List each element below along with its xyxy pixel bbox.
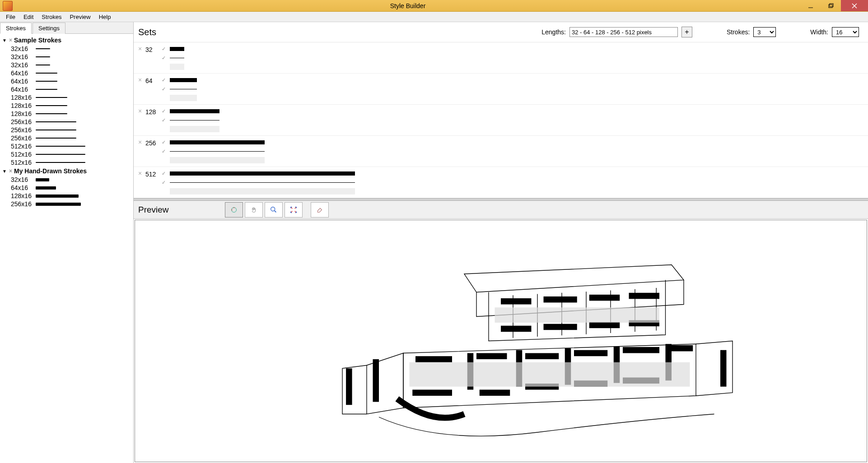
bold-stroke[interactable]	[170, 47, 184, 51]
stroke-item-label: 256x16	[11, 126, 36, 134]
thin-stroke[interactable]	[170, 89, 197, 89]
close-icon[interactable]: ×	[9, 37, 12, 43]
main-panel: Sets Lengths: + Strokes: 3 Width: 16 ×32…	[134, 22, 868, 463]
stroke-sample	[36, 105, 67, 106]
pan-tool[interactable]	[245, 202, 263, 218]
close-button[interactable]	[841, 0, 868, 11]
orbit-tool[interactable]	[225, 202, 243, 218]
stroke-item[interactable]: 32x16	[2, 61, 131, 69]
svg-rect-35	[495, 307, 660, 323]
svg-rect-19	[480, 390, 510, 396]
thin-stroke[interactable]	[170, 151, 265, 152]
bold-stroke[interactable]	[170, 109, 219, 113]
set-label: 512	[145, 170, 162, 178]
stroke-item[interactable]: 512x16	[2, 142, 131, 150]
width-dropdown[interactable]: 16	[832, 27, 859, 37]
preview-canvas[interactable]	[135, 220, 867, 462]
thin-stroke[interactable]	[170, 58, 184, 58]
set-row: ×64✓✓	[134, 74, 868, 105]
tree-group: ▼×Sample Strokes32x1632x1632x1664x1664x1…	[2, 36, 131, 167]
add-set-button[interactable]: +	[681, 27, 692, 37]
stroke-item[interactable]: 256x16	[2, 118, 131, 126]
close-icon[interactable]: ×	[9, 168, 12, 174]
stroke-item[interactable]: 64x16	[2, 184, 131, 192]
svg-rect-16	[415, 356, 452, 362]
bold-stroke[interactable]	[170, 78, 197, 82]
eraser-tool[interactable]	[311, 202, 329, 218]
menu-help[interactable]: Help	[95, 12, 115, 22]
tree-group-header[interactable]: ▼×Sample Strokes	[2, 36, 131, 45]
remove-set-icon[interactable]: ×	[138, 170, 145, 177]
svg-rect-27	[720, 350, 727, 387]
remove-set-icon[interactable]: ×	[138, 139, 145, 146]
check-icon: ✓	[162, 139, 167, 145]
lengths-input[interactable]	[569, 27, 678, 37]
stroke-item-label: 512x16	[11, 143, 36, 150]
stroke-item[interactable]: 32x16	[2, 45, 131, 53]
check-icon: ✓	[162, 180, 167, 185]
stroke-item[interactable]: 512x16	[2, 150, 131, 158]
svg-rect-9	[544, 296, 577, 303]
remove-set-icon[interactable]: ×	[138, 45, 145, 52]
stroke-item[interactable]: 32x16	[2, 176, 131, 184]
stroke-item[interactable]: 128x16	[2, 93, 131, 102]
remove-set-icon[interactable]: ×	[138, 107, 145, 115]
sidebar-tabs: Strokes Settings	[0, 22, 133, 34]
stroke-item[interactable]: 256x16	[2, 200, 131, 208]
svg-rect-11	[629, 293, 660, 299]
stroke-item-label: 256x16	[11, 200, 36, 208]
tab-strokes[interactable]: Strokes	[0, 23, 32, 34]
stroke-sample	[36, 178, 49, 181]
empty-stroke[interactable]	[170, 126, 219, 132]
svg-rect-28	[346, 368, 352, 405]
tab-settings[interactable]: Settings	[33, 23, 65, 34]
set-strokes: ✓✓	[162, 139, 265, 164]
stroke-item[interactable]: 64x16	[2, 69, 131, 77]
menu-file[interactable]: File	[2, 12, 19, 22]
bold-stroke[interactable]	[170, 140, 265, 144]
svg-rect-1	[829, 5, 832, 8]
empty-stroke[interactable]	[170, 157, 265, 163]
stroke-sample	[36, 65, 50, 65]
svg-rect-13	[544, 324, 577, 330]
triangle-icon: ▼	[2, 169, 7, 174]
thin-stroke[interactable]	[170, 182, 355, 183]
maximize-button[interactable]	[821, 0, 841, 11]
stroke-item[interactable]: 64x16	[2, 85, 131, 93]
stroke-item[interactable]: 256x16	[2, 134, 131, 142]
stroke-item[interactable]: 64x16	[2, 77, 131, 85]
bold-stroke[interactable]	[170, 171, 355, 176]
app-icon	[3, 1, 13, 11]
stroke-item[interactable]: 128x16	[2, 110, 131, 118]
zoom-extents-tool[interactable]	[285, 202, 303, 218]
svg-rect-24	[623, 347, 659, 353]
empty-stroke[interactable]	[170, 95, 197, 101]
svg-rect-29	[373, 359, 379, 402]
menu-strokes[interactable]: Strokes	[37, 12, 65, 22]
stroke-item[interactable]: 128x16	[2, 102, 131, 110]
menu-preview[interactable]: Preview	[65, 12, 94, 22]
sets-header: Sets Lengths: + Strokes: 3 Width: 16	[134, 22, 868, 42]
sidebar: Strokes Settings ▼×Sample Strokes32x1632…	[0, 22, 134, 463]
stroke-tree: ▼×Sample Strokes32x1632x1632x1664x1664x1…	[0, 34, 133, 210]
remove-set-icon[interactable]: ×	[138, 76, 145, 83]
empty-stroke[interactable]	[170, 64, 184, 70]
stroke-item[interactable]: 128x16	[2, 192, 131, 200]
svg-rect-20	[525, 353, 559, 360]
minimize-button[interactable]	[800, 0, 821, 11]
empty-stroke[interactable]	[170, 188, 355, 194]
tree-group-header[interactable]: ▼×My Hand-Drawn Strokes	[2, 167, 131, 176]
check-icon: ✓	[162, 77, 167, 83]
stroke-item[interactable]: 512x16	[2, 158, 131, 167]
stroke-item[interactable]: 32x16	[2, 53, 131, 61]
zoom-tool[interactable]	[265, 202, 283, 218]
set-label: 256	[145, 139, 162, 147]
thin-stroke[interactable]	[170, 120, 219, 120]
svg-rect-10	[589, 295, 620, 301]
strokes-dropdown[interactable]: 3	[753, 27, 776, 37]
set-strokes: ✓✓	[162, 170, 355, 195]
stroke-sample	[36, 89, 57, 90]
stroke-item-label: 128x16	[11, 110, 36, 117]
menu-edit[interactable]: Edit	[19, 12, 37, 22]
stroke-item[interactable]: 256x16	[2, 126, 131, 134]
